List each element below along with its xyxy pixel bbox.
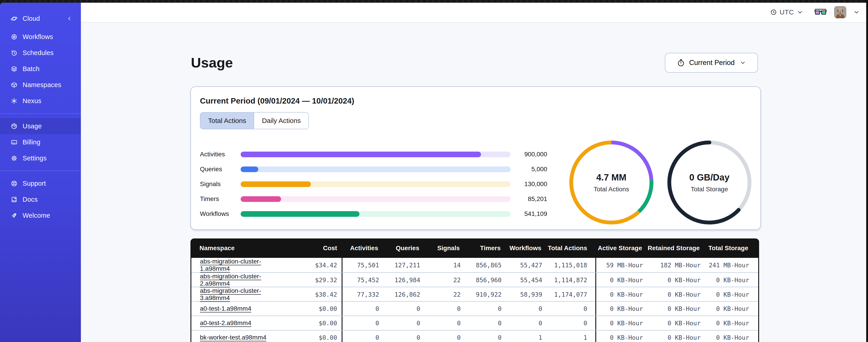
cell-workflows: 1 xyxy=(503,331,544,342)
bar-row-signals: Signals 130,000 xyxy=(200,177,550,192)
user-avatar[interactable] xyxy=(834,6,846,18)
sidebar-item-label: Nexus xyxy=(23,97,41,105)
cell-total-storage: 0 KB-Hour xyxy=(703,287,760,302)
column-header-timers: Timers xyxy=(462,244,502,252)
bar-row-activities: Activities 900,000 xyxy=(200,147,550,162)
batch-icon xyxy=(11,65,18,72)
cell-cost: $29.32 xyxy=(288,273,342,287)
namespace-cell[interactable]: abs-migration-cluster-2.a98mm4 xyxy=(191,273,288,287)
cell-timers: 0 xyxy=(462,302,503,316)
sidebar-item-billing[interactable]: Billing xyxy=(0,134,81,150)
glasses-icon[interactable] xyxy=(814,7,827,17)
donut-value: 4.7 MM xyxy=(596,172,626,182)
sidebar-item-schedules[interactable]: Schedules xyxy=(0,45,81,61)
window-top-edge xyxy=(0,0,868,3)
stopwatch-icon xyxy=(677,59,685,67)
period-selector-label: Current Period xyxy=(689,59,735,67)
donut-center: 4.7 MM Total Actions xyxy=(569,141,653,225)
namespace-link[interactable]: bk-worker-test.a98mm4 xyxy=(200,334,267,341)
column-header-active-storage: Active Storage xyxy=(595,244,644,252)
timezone-selector[interactable]: UTC xyxy=(770,8,803,16)
table-row: bk-worker-test.a98mm4$0.000000110 KB-Hou… xyxy=(191,330,758,342)
cell-workflows: 55,454 xyxy=(503,273,544,287)
sidebar-item-usage[interactable]: Usage xyxy=(0,118,81,134)
sidebar-item-batch[interactable]: Batch xyxy=(0,61,81,77)
bar-label: Queries xyxy=(200,166,241,173)
cell-signals: 0 xyxy=(422,302,462,316)
column-header-namespace: Namespace xyxy=(190,244,288,252)
namespace-link[interactable]: a0-test-2.a98mm4 xyxy=(200,319,251,327)
namespace-link[interactable]: a0-test-1.a98mm4 xyxy=(200,305,251,312)
sidebar-item-label: Welcome xyxy=(23,212,50,219)
bar-row-workflows: Workflows 541,109 xyxy=(200,206,550,221)
cell-active-storage: 59 MB-Hour xyxy=(596,258,645,272)
cell-total-storage: 241 MB-Hour xyxy=(703,258,760,272)
bar-track xyxy=(241,211,510,217)
sidebar-item-docs[interactable]: Docs xyxy=(0,192,81,208)
card-content: Activities 900,000Queries 5,000Signals 1… xyxy=(200,147,751,225)
cell-timers: 856,865 xyxy=(462,258,503,272)
sidebar-header-label: Cloud xyxy=(23,15,40,22)
cell-signals: 22 xyxy=(422,287,462,302)
cell-workflows: 0 xyxy=(503,302,544,316)
tab-total-actions[interactable]: Total Actions xyxy=(200,112,254,129)
sidebar-item-settings[interactable]: Settings xyxy=(0,150,81,166)
column-header-cost: Cost xyxy=(288,244,342,252)
bar-label: Workflows xyxy=(200,210,241,217)
tab-daily-actions[interactable]: Daily Actions xyxy=(254,112,308,129)
namespace-usage-table: NamespaceCostActivitiesQueriesSignalsTim… xyxy=(190,238,759,342)
docs-icon xyxy=(11,196,18,203)
sidebar-item-namespaces[interactable]: Namespaces xyxy=(0,77,81,93)
column-header-activities: Activities xyxy=(342,244,380,252)
cell-workflows: 55,427 xyxy=(503,258,544,272)
cell-total-actions: 0 xyxy=(544,316,596,330)
cell-retained-storage: 182 MB-Hour xyxy=(645,258,703,272)
namespace-link[interactable]: abs-migration-cluster-3.a98mm4 xyxy=(200,287,287,302)
namespaces-icon xyxy=(11,81,18,89)
cell-activities: 0 xyxy=(342,316,381,330)
namespace-cell[interactable]: abs-migration-cluster-1.a98mm4 xyxy=(191,258,288,272)
column-header-retained-storage: Retained Storage xyxy=(644,244,702,252)
namespace-cell[interactable]: abs-migration-cluster-3.a98mm4 xyxy=(191,287,288,302)
cell-workflows: 58,939 xyxy=(503,287,544,302)
sidebar-item-nexus[interactable]: Nexus xyxy=(0,93,81,109)
donut-label: Total Storage xyxy=(691,186,728,193)
sidebar-item-workflows[interactable]: Workflows xyxy=(0,29,81,45)
donut-total-actions: 4.7 MM Total Actions xyxy=(569,141,653,225)
cell-signals: 22 xyxy=(422,273,462,287)
cell-cost: $34.42 xyxy=(288,258,342,272)
cell-total-storage: 0 KB-Hour xyxy=(703,316,760,330)
topbar: UTC xyxy=(81,2,868,23)
period-selector-button[interactable]: Current Period xyxy=(665,53,758,73)
cell-active-storage: 0 KB-Hour xyxy=(596,302,645,316)
donut-value: 0 GB/Day xyxy=(689,172,730,182)
cell-retained-storage: 0 KB-Hour xyxy=(645,287,703,302)
namespace-link[interactable]: abs-migration-cluster-2.a98mm4 xyxy=(200,273,287,287)
sidebar-item-support[interactable]: Support xyxy=(0,175,81,192)
cell-timers: 0 xyxy=(462,331,503,342)
sidebar-item-welcome[interactable]: Welcome xyxy=(0,208,81,224)
cell-retained-storage: 0 KB-Hour xyxy=(645,331,703,342)
namespace-cell[interactable]: a0-test-2.a98mm4 xyxy=(191,316,288,330)
bar-row-queries: Queries 5,000 xyxy=(200,162,550,177)
column-header-signals: Signals xyxy=(421,244,462,252)
account-menu-chevron-icon[interactable] xyxy=(853,9,860,15)
chevron-left-icon[interactable] xyxy=(66,15,72,22)
sidebar-header-cloud[interactable]: Cloud xyxy=(0,12,81,25)
cell-total-actions: 1,174,077 xyxy=(544,287,596,302)
sidebar: Cloud Workflows Schedules Batch Namespac… xyxy=(0,2,81,342)
namespace-cell[interactable]: a0-test-1.a98mm4 xyxy=(191,302,288,316)
cell-retained-storage: 0 KB-Hour xyxy=(645,273,703,287)
cell-cost: $0.00 xyxy=(288,316,342,330)
namespace-cell[interactable]: bk-worker-test.a98mm4 xyxy=(191,331,288,342)
namespace-link[interactable]: abs-migration-cluster-1.a98mm4 xyxy=(200,258,287,272)
donut-center: 0 GB/Day Total Storage xyxy=(668,141,751,225)
table-row: abs-migration-cluster-3.a98mm4$38.4277,3… xyxy=(191,287,758,301)
table-row: a0-test-2.a98mm4$0.000000000 KB-Hour0 KB… xyxy=(191,316,758,330)
sidebar-item-label: Docs xyxy=(23,196,38,203)
bar-label: Signals xyxy=(200,180,241,188)
workflows-icon xyxy=(11,33,18,40)
main-content: Usage Current Period Current Period (09/… xyxy=(81,23,868,342)
sidebar-item-label: Support xyxy=(23,180,46,187)
cell-total-actions: 1 xyxy=(544,331,596,342)
